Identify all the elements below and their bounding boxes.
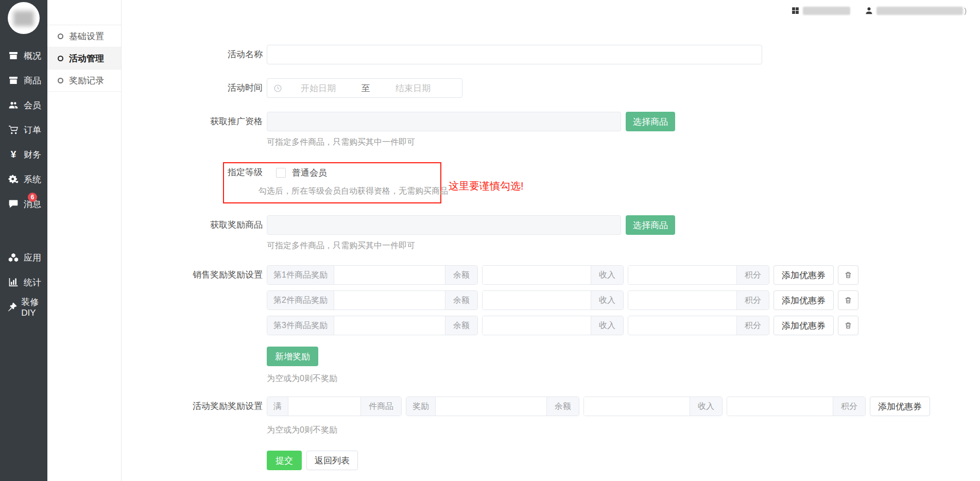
activity-name-row: 活动名称 <box>122 45 980 64</box>
date-range-input[interactable]: 开始日期 至 结束日期 <box>267 78 462 98</box>
sidebar-item-label: 概况 <box>24 50 41 62</box>
points-suffix: 积分 <box>833 397 865 416</box>
points-suffix: 积分 <box>736 266 769 284</box>
sidebar-item-label: 统计 <box>24 277 41 288</box>
circle-icon <box>58 33 63 39</box>
footer-row: 提交 返回列表 <box>122 451 980 470</box>
piece-suffix: 件商品 <box>360 397 401 416</box>
reward-prefix: 第2件商品奖励 <box>267 291 334 310</box>
end-date-placeholder: 结束日期 <box>380 82 446 94</box>
piece-count-input[interactable] <box>288 397 360 416</box>
reward-goods-input[interactable] <box>267 215 621 235</box>
activity-rewards-label: 活动奖励奖励设置 <box>122 397 267 416</box>
sidebar-item-label: 装修DIY <box>21 296 47 318</box>
balance-suffix: 余额 <box>445 316 477 335</box>
submenu-item-basic-settings[interactable]: 基础设置 <box>47 25 121 47</box>
sidebar-item-apps[interactable]: 应用 <box>0 245 47 270</box>
circle-icon <box>58 78 63 83</box>
sidebar-item-stats[interactable]: 统计 <box>0 270 47 295</box>
submenu-item-activity-management[interactable]: 活动管理 <box>47 47 121 70</box>
sales-reward-row-2: 第2件商品奖励 余额 收入 积分 添加优惠券 <box>267 290 858 310</box>
sidebar-item-finance[interactable]: ¥ 财务 <box>0 142 47 167</box>
add-coupon-button[interactable]: 添加优惠券 <box>773 265 834 285</box>
income-amount-input[interactable] <box>483 316 591 335</box>
sidebar-item-label: 商品 <box>24 75 41 87</box>
sidebar-item-label: 财务 <box>24 149 41 161</box>
balance-amount-input[interactable] <box>334 266 445 284</box>
blurred-user-name <box>876 7 963 15</box>
sidebar-item-system[interactable]: 系统 <box>0 167 47 192</box>
system-icon <box>7 174 20 184</box>
trash-icon <box>844 271 852 279</box>
points-amount-input[interactable] <box>727 397 833 416</box>
reward-goods-label: 获取奖励商品 <box>122 215 267 235</box>
back-to-list-button[interactable]: 返回列表 <box>306 451 358 470</box>
sidebar-item-label: 订单 <box>24 124 41 136</box>
activity-time-row: 活动时间 开始日期 至 结束日期 <box>122 78 980 98</box>
message-badge: 6 <box>28 193 37 202</box>
assign-level-row: 指定等级 普通会员 勾选后，所在等级会员自动获得资格，无需购买商品 这里要谨慎勾… <box>122 162 980 205</box>
level-checkbox-label: 普通会员 <box>292 167 327 179</box>
sidebar-item-decorate[interactable]: 装修DIY <box>0 295 47 319</box>
assign-level-label: 指定等级 <box>122 162 267 178</box>
sidebar-item-orders[interactable]: 订单 <box>0 117 47 142</box>
promo-goods-hint: 可指定多件商品，只需购买其中一件即可 <box>267 137 675 148</box>
reward-goods-hint: 可指定多件商品，只需购买其中一件即可 <box>267 240 675 251</box>
sidebar-item-label: 应用 <box>24 252 41 264</box>
add-coupon-button[interactable]: 添加优惠券 <box>773 290 834 310</box>
sidebar-item-members[interactable]: 会员 <box>0 93 47 117</box>
points-amount-input[interactable] <box>628 316 736 335</box>
activity-time-label: 活动时间 <box>122 78 267 98</box>
submenu-list: 基础设置 活动管理 奖励记录 <box>47 25 121 92</box>
income-amount-input[interactable] <box>483 291 591 310</box>
main-content: 活动名称 活动时间 开始日期 至 结束日期 获取推广资格 选择商品 <box>122 0 980 481</box>
points-amount-input[interactable] <box>628 266 736 284</box>
trash-icon <box>844 296 852 304</box>
select-promo-goods-button[interactable]: 选择商品 <box>626 112 675 131</box>
decorate-icon <box>7 302 18 312</box>
income-amount-input[interactable] <box>483 266 591 284</box>
main-sidebar: 概况 商品 会员 订单 ¥ 财务 <box>0 0 47 481</box>
reward-goods-row: 获取奖励商品 选择商品 可指定多件商品，只需购买其中一件即可 <box>122 215 980 251</box>
submenu-item-reward-records[interactable]: 奖励记录 <box>47 70 121 92</box>
delete-row-button[interactable] <box>838 316 858 335</box>
members-icon <box>7 100 20 110</box>
user-name-suffix: ) <box>964 7 967 15</box>
submit-button[interactable]: 提交 <box>267 451 302 470</box>
add-coupon-button[interactable]: 添加优惠券 <box>773 316 834 335</box>
balance-amount-input[interactable] <box>334 316 445 335</box>
income-amount-input[interactable] <box>584 397 690 416</box>
activity-name-input[interactable] <box>267 45 762 64</box>
apps-icon <box>7 252 20 263</box>
orders-icon <box>7 125 20 135</box>
promo-goods-input[interactable] <box>267 112 621 131</box>
start-date-placeholder: 开始日期 <box>285 82 351 94</box>
balance-amount-input[interactable] <box>334 291 445 310</box>
income-suffix: 收入 <box>591 316 623 335</box>
balance-suffix: 余额 <box>445 266 477 284</box>
level-checkbox[interactable] <box>276 168 286 178</box>
secondary-sidebar: 基础设置 活动管理 奖励记录 <box>47 0 122 481</box>
full-prefix: 满 <box>267 397 288 416</box>
date-separator: 至 <box>351 82 380 94</box>
add-coupon-button[interactable]: 添加优惠券 <box>870 397 930 416</box>
select-reward-goods-button[interactable]: 选择商品 <box>626 215 675 235</box>
activity-rewards-hint: 为空或为0则不奖励 <box>267 425 930 436</box>
points-suffix: 积分 <box>736 291 769 310</box>
red-annotation-text: 这里要谨慎勾选! <box>449 179 524 193</box>
delete-row-button[interactable] <box>838 265 858 285</box>
shop-switcher[interactable] <box>791 6 850 15</box>
avatar[interactable] <box>8 2 40 34</box>
sidebar-item-product[interactable]: 商品 <box>0 68 47 93</box>
add-reward-button[interactable]: 新增奖励 <box>267 347 318 366</box>
nav-spacer <box>0 216 47 245</box>
assign-level-hint: 勾选后，所在等级会员自动获得资格，无需购买商品 <box>259 186 448 197</box>
user-menu[interactable]: ) <box>865 6 967 15</box>
sidebar-item-overview[interactable]: 概况 <box>0 43 47 68</box>
blurred-shop-name <box>803 7 850 15</box>
balance-amount-input[interactable] <box>436 397 546 416</box>
sidebar-item-message[interactable]: 消息 6 <box>0 192 47 216</box>
delete-row-button[interactable] <box>838 290 858 310</box>
submenu-item-label: 奖励记录 <box>69 75 104 87</box>
points-amount-input[interactable] <box>628 291 736 310</box>
